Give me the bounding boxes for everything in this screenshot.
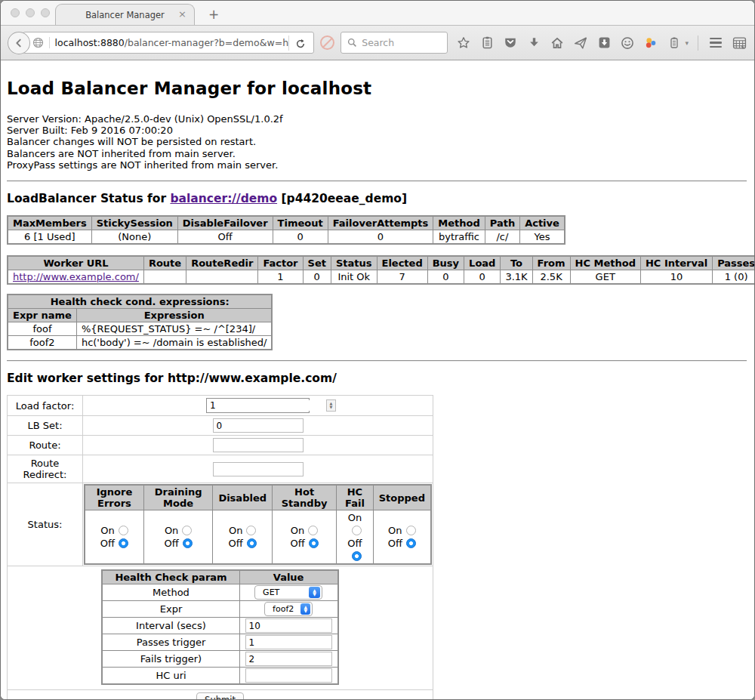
url-path: /balancer-manager?b=demo&w=http://www.ex… (125, 37, 289, 48)
cell-expression: hc('body') =~ /domain is established/ (76, 336, 272, 350)
draining-mode-on-radio[interactable] (182, 526, 192, 535)
search-bar[interactable]: Search (341, 32, 448, 54)
url-bar[interactable]: localhost:8880/balancer-manager?b=demo&w… (23, 32, 315, 54)
lb-set-input[interactable] (213, 418, 304, 433)
ignore-errors-on-radio[interactable] (119, 526, 128, 535)
hc-expr-title: Health check cond. expressions: (8, 294, 272, 309)
save-panel-icon[interactable] (596, 35, 612, 51)
route-input[interactable] (213, 438, 304, 452)
extension-dots-icon[interactable] (643, 35, 659, 51)
hc-uri-input[interactable] (245, 668, 332, 683)
form-row-route-redirect: Route Redirect: (8, 455, 433, 483)
send-icon[interactable] (572, 35, 589, 51)
globe-icon[interactable] (32, 37, 50, 48)
tab-balancer-manager[interactable]: Balancer Manager × (55, 4, 195, 25)
reload-button[interactable] (288, 35, 310, 51)
hc-interval-input[interactable] (245, 618, 332, 633)
col-expr-name: Expr name (8, 309, 76, 322)
col-route: Route (143, 256, 186, 270)
off-label: Off (347, 538, 362, 549)
balancer-demo-link[interactable]: balancer://demo (170, 192, 277, 205)
dropdown-caret-icon[interactable]: ▾ (685, 39, 689, 47)
hc-fails-input[interactable] (245, 652, 332, 666)
cell-hc-method: GET (570, 270, 640, 285)
zoom-window-button[interactable] (41, 8, 50, 17)
stopped-off-radio[interactable] (406, 538, 416, 548)
hc-fail-off-radio[interactable] (352, 551, 362, 561)
persist-notice-line: Balancer changes will NOT be persisted o… (7, 136, 747, 147)
url-host: localhost:8880 (55, 37, 125, 48)
ignore-errors-off-radio[interactable] (119, 538, 128, 548)
hc-expr-select[interactable]: foof2 ▲▼ (264, 602, 313, 616)
table-row: http://www.example.com/ 1 0 Init Ok 7 0 … (8, 270, 754, 285)
status-header-row: Ignore Errors Draining Mode Disabled Hot… (85, 485, 431, 510)
col-factor: Factor (258, 256, 303, 270)
status-radio-row: On Off On Off On Off (85, 510, 431, 565)
menu-icon[interactable] (707, 35, 724, 51)
status-table: Ignore Errors Draining Mode Disabled Hot… (84, 484, 432, 565)
hc-fail-on-radio[interactable] (352, 526, 362, 535)
window-controls[interactable] (11, 8, 50, 17)
disabled-on-radio[interactable] (246, 526, 256, 535)
status-hc-fail-cell: On Off (337, 510, 374, 565)
cell-expr-name: foof (8, 322, 76, 336)
minimize-window-button[interactable] (26, 8, 35, 17)
draining-mode-off-radio[interactable] (183, 538, 193, 548)
bookmark-star-icon[interactable] (455, 35, 472, 51)
reading-list-icon[interactable] (479, 35, 495, 51)
health-check-table: Health Check param Value Method GET ▲▼ (101, 569, 338, 685)
route-redirect-input[interactable] (213, 462, 304, 476)
cell-stickysession: (None) (91, 230, 177, 245)
load-factor-input[interactable] (207, 400, 326, 411)
smiley-icon[interactable] (619, 35, 636, 51)
cell-busy: 0 (427, 270, 464, 285)
submit-button[interactable]: Submit (196, 692, 244, 699)
on-label: On (388, 525, 402, 536)
balancer-status-table: MaxMembers StickySession DisableFailover… (7, 215, 565, 245)
page-title: Load Balancer Manager for localhost (7, 79, 747, 98)
hot-standby-off-radio[interactable] (309, 538, 319, 548)
worker-url-link[interactable]: http://www.example.com/ (13, 271, 139, 282)
tab-close-icon[interactable]: × (178, 8, 186, 20)
col-load: Load (464, 256, 501, 270)
back-button[interactable] (8, 32, 30, 54)
col-set: Set (303, 256, 331, 270)
hc-passes-input[interactable] (245, 635, 332, 649)
disabled-off-radio[interactable] (247, 538, 257, 548)
battery-panel-icon[interactable] (666, 35, 683, 51)
hc-interval-label: Interval (secs) (102, 618, 239, 634)
col-from: From (532, 256, 570, 270)
pocket-icon[interactable] (502, 35, 519, 51)
hc-passes-label: Passes trigger (102, 634, 239, 651)
hot-standby-on-radio[interactable] (308, 526, 318, 535)
cell-to: 3.1K (501, 270, 532, 285)
page-content: Load Balancer Manager for localhost Serv… (1, 60, 754, 699)
col-method: Method (433, 216, 485, 230)
cell-load: 0 (464, 270, 501, 285)
blocked-content-icon[interactable] (320, 35, 334, 50)
hc-method-select[interactable]: GET ▲▼ (254, 585, 322, 600)
col-elected: Elected (377, 256, 427, 270)
search-placeholder: Search (362, 37, 394, 48)
form-row-route: Route: (8, 436, 433, 455)
url-text[interactable]: localhost:8880/balancer-manager?b=demo&w… (55, 37, 289, 48)
off-label: Off (100, 538, 115, 549)
stepper-arrows-icon[interactable]: ▲▼ (326, 399, 336, 412)
col-failoverattempts: FailoverAttempts (328, 216, 433, 230)
apps-grid-icon[interactable] (731, 35, 747, 51)
col-disablefailover: DisableFailover (177, 216, 273, 230)
load-factor-stepper[interactable]: ▲▼ (206, 398, 310, 413)
form-row-lb-set: LB Set: (8, 416, 433, 436)
download-icon[interactable] (525, 35, 542, 51)
hc-expr-label: Expr (102, 601, 239, 618)
stopped-on-radio[interactable] (406, 526, 416, 535)
hc-row-uri: HC uri (102, 668, 337, 685)
close-window-button[interactable] (11, 8, 20, 17)
cell-expr-name: foof2 (8, 336, 76, 350)
status-hot-standby-cell: On Off (273, 510, 337, 565)
new-tab-button[interactable]: + (208, 7, 219, 22)
cell-failoverattempts: 0 (328, 230, 433, 245)
navigation-toolbar: localhost:8880/balancer-manager?b=demo&w… (1, 26, 754, 60)
home-icon[interactable] (549, 35, 565, 51)
route-redirect-label: Route Redirect: (8, 455, 83, 483)
